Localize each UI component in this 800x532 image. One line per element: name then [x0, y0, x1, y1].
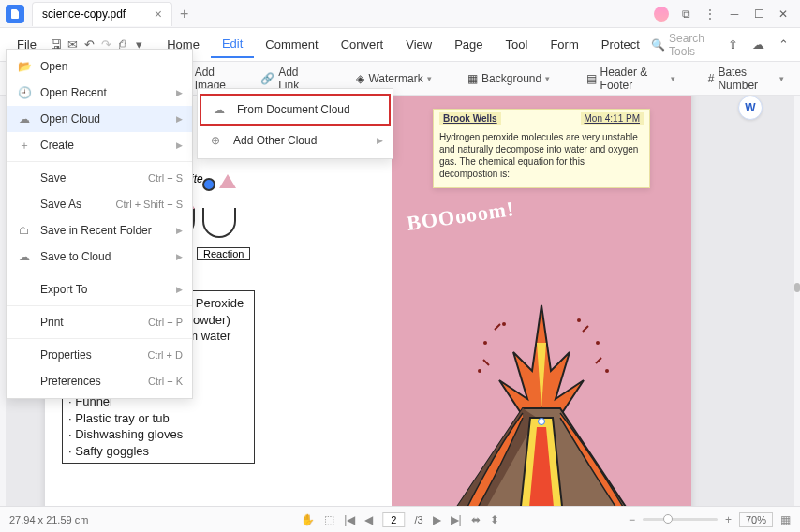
menu-convert[interactable]: Convert [330, 32, 395, 57]
menu-print[interactable]: PrintCtrl + P [7, 309, 192, 335]
svg-point-0 [502, 322, 506, 326]
volcano-illustration [392, 277, 673, 506]
next-page-icon[interactable]: ▶ [433, 513, 441, 526]
menu-export-to[interactable]: Export To▶ [7, 276, 192, 303]
collapse-icon[interactable]: ⌃ [773, 32, 794, 58]
menu-form[interactable]: Form [539, 32, 589, 57]
svg-point-4 [478, 369, 481, 373]
close-tab-icon[interactable]: × [155, 7, 162, 22]
submenu-from-document-cloud[interactable]: ☁From Document Cloud [200, 94, 391, 126]
list-item: Safty goggles [68, 443, 248, 460]
open-window-icon[interactable]: ⧉ [674, 3, 697, 25]
folder-icon: 🗀 [16, 222, 33, 239]
close-button[interactable]: ✕ [772, 3, 794, 25]
annotation-note[interactable]: Brook Wells Mon 4:11 PM Hydrogen peroxid… [433, 109, 650, 188]
menu-page[interactable]: Page [443, 32, 494, 57]
select-tool-icon[interactable]: ⬚ [324, 513, 334, 526]
note-body: Hydrogen peroxide molecules are very uns… [434, 127, 649, 187]
background-button[interactable]: ▦Background▾ [459, 67, 558, 90]
cloud-save-icon: ☁ [16, 248, 33, 265]
cloud-icon[interactable]: ☁ [748, 32, 769, 58]
svg-point-5 [605, 369, 609, 373]
app-icon [6, 5, 24, 23]
watermark-button[interactable]: ◈Watermark▾ [348, 67, 439, 90]
tab-title: science-copy.pdf [42, 7, 126, 21]
boom-text: BOOooom! [406, 197, 516, 236]
page-dimensions: 27.94 x 21.59 cm [9, 514, 88, 525]
doc-cloud-icon: ☁ [211, 101, 228, 118]
recent-icon: 🕘 [16, 84, 33, 101]
menu-comment[interactable]: Comment [254, 32, 329, 57]
prev-page-icon[interactable]: ◀ [364, 513, 373, 526]
list-item: Plastic tray or tub [68, 410, 248, 427]
note-author: Brook Wells [439, 112, 501, 125]
add-cloud-icon: ⊕ [207, 132, 224, 149]
menu-save-as[interactable]: Save AsCtrl + Shift + S [7, 191, 192, 217]
maximize-button[interactable]: ☐ [748, 3, 770, 25]
zoom-out-icon[interactable]: − [629, 513, 635, 526]
open-cloud-submenu: ☁From Document Cloud ⊕Add Other Cloud▶ [197, 88, 393, 159]
note-time: Mon 4:11 PM [581, 112, 644, 125]
last-page-icon[interactable]: ▶| [451, 513, 462, 526]
scrollbar[interactable] [794, 96, 800, 506]
share-icon[interactable]: ⇧ [722, 32, 744, 58]
new-tab-button[interactable]: + [180, 6, 188, 22]
menu-properties[interactable]: PropertiesCtrl + D [7, 342, 192, 368]
header-footer-button[interactable]: ▤Header & Footer▾ [578, 61, 684, 96]
titlebar: science-copy.pdf × + ⧉ ⋮ ─ ☐ ✕ [0, 0, 800, 28]
statusbar: 27.94 x 21.59 cm ✋ ⬚ |◀ ◀ /3 ▶ ▶| ⬌ ⬍ − … [0, 506, 800, 532]
zoom-in-icon[interactable]: + [725, 513, 732, 526]
menu-protect[interactable]: Protect [590, 32, 651, 57]
cloud-open-icon: ☁ [16, 111, 33, 127]
zoom-level: 70% [739, 512, 773, 527]
svg-point-3 [596, 341, 600, 345]
page-total: /3 [414, 514, 422, 525]
more-icon[interactable]: ⋮ [699, 3, 721, 25]
menu-open-recent[interactable]: 🕘Open Recent▶ [7, 80, 192, 106]
bates-number-button[interactable]: #Bates Number▾ [700, 61, 793, 96]
export-word-badge[interactable]: W [738, 96, 763, 120]
svg-point-1 [577, 318, 581, 322]
reaction-label: Reaction [197, 247, 250, 260]
menu-save[interactable]: SaveCtrl + S [7, 165, 192, 191]
menu-create[interactable]: ＋Create▶ [7, 132, 192, 158]
menu-view[interactable]: View [394, 32, 443, 57]
menu-save-recent-folder[interactable]: 🗀Save in Recent Folder▶ [7, 217, 192, 244]
search-icon: 🔍 [651, 38, 665, 52]
first-page-icon[interactable]: |◀ [344, 513, 355, 526]
open-icon: 📂 [16, 58, 33, 75]
menu-preferences[interactable]: PreferencesCtrl + K [7, 368, 192, 394]
list-item: Dishwashing gloves [68, 426, 248, 443]
menu-edit[interactable]: Edit [211, 31, 254, 58]
minimize-button[interactable]: ─ [723, 3, 746, 25]
file-menu: 📂Open 🕘Open Recent▶ ☁Open Cloud▶ ＋Create… [6, 49, 193, 399]
document-tab[interactable]: science-copy.pdf × [32, 2, 172, 26]
menu-open[interactable]: 📂Open [7, 53, 192, 80]
theme-icon[interactable] [650, 3, 673, 25]
search-tools[interactable]: 🔍 Search Tools [651, 32, 719, 58]
page-input[interactable] [382, 512, 405, 527]
fit-page-icon[interactable]: ⬍ [490, 513, 499, 526]
zoom-slider[interactable] [643, 518, 718, 521]
menu-tool[interactable]: Tool [495, 32, 540, 57]
layout-icon[interactable]: ▦ [780, 513, 791, 526]
svg-point-2 [483, 341, 487, 345]
fit-width-icon[interactable]: ⬌ [471, 513, 481, 526]
create-icon: ＋ [16, 137, 33, 154]
menu-open-cloud[interactable]: ☁Open Cloud▶ [7, 106, 192, 132]
menu-save-to-cloud[interactable]: ☁Save to Cloud▶ [7, 244, 192, 270]
submenu-add-other-cloud[interactable]: ⊕Add Other Cloud▶ [198, 126, 393, 155]
selection-handle-bottom[interactable] [538, 418, 545, 425]
hand-tool-icon[interactable]: ✋ [301, 513, 315, 526]
